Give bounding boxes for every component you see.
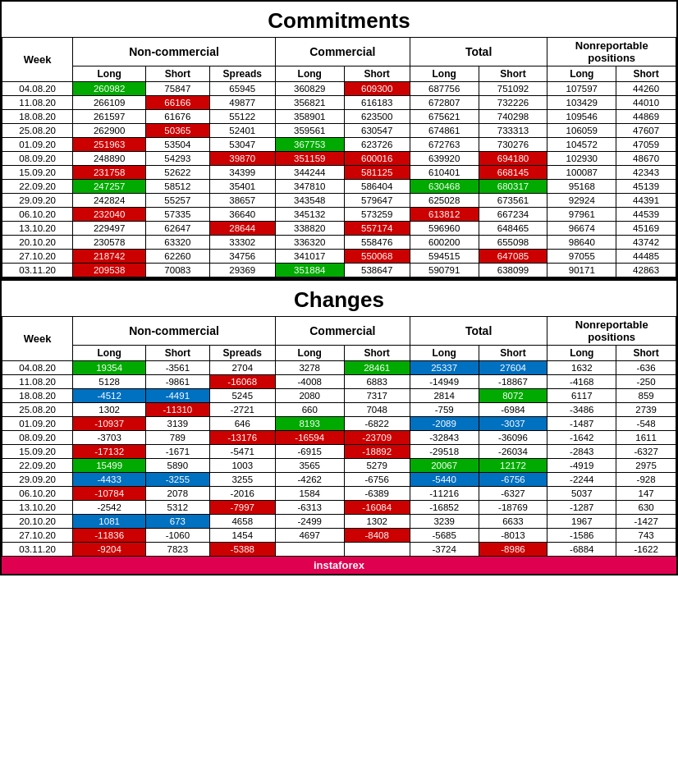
table-row: 20.10.2023057863320333023363205584766002…	[2, 236, 676, 250]
changes-table: Week Non-commercial Commercial Total Non…	[2, 316, 676, 557]
ch-comm-short-header: Short	[344, 346, 410, 361]
ch-nc-spreads-header: Spreads	[209, 346, 275, 361]
total-short-header: Short	[479, 66, 547, 82]
week-header: Week	[2, 38, 73, 82]
nr-long-header: Long	[547, 66, 616, 82]
ch-nr-short-header: Short	[616, 346, 676, 361]
table-row: 01.09.2025196353504530473677536237266727…	[2, 138, 676, 152]
ch-nc-long-header: Long	[73, 346, 146, 361]
comm-long-header: Long	[275, 66, 344, 82]
ch-nr-long-header: Long	[547, 346, 616, 361]
table-row: 29.09.2024282455257386573435485796476250…	[2, 194, 676, 208]
table-row: 04.08.2026098275847659453608296093006877…	[2, 82, 676, 96]
table-row: 22.09.201549958901003356552792006712172-…	[2, 459, 676, 473]
changes-nonreportable-header: Nonreportable positions	[547, 317, 676, 346]
commercial-header: Commercial	[275, 38, 410, 66]
table-row: 15.09.20-17132-1671-5471-6915-18892-2951…	[2, 445, 676, 459]
ch-total-short-header: Short	[479, 346, 547, 361]
table-row: 13.10.2022949762647286443388205571745969…	[2, 222, 676, 236]
nc-long-header: Long	[73, 66, 146, 82]
table-row: 04.08.2019354-35612704327828461253372760…	[2, 361, 676, 375]
table-row: 25.08.2026290050365524013595616305476748…	[2, 124, 676, 138]
table-row: 27.10.2021874262260347563410175500685945…	[2, 250, 676, 264]
comm-short-header: Short	[344, 66, 410, 82]
table-row: 15.09.2023175852622343993442445811256104…	[2, 166, 676, 180]
ch-comm-long-header: Long	[275, 346, 344, 361]
changes-commercial-header: Commercial	[275, 317, 410, 346]
table-row: 18.08.2026159761676551223589016235006756…	[2, 110, 676, 124]
nonreportable-header: Nonreportable positions	[547, 38, 676, 66]
total-long-header: Long	[410, 66, 479, 82]
table-row: 13.10.20-25425312-7997-6313-16084-16852-…	[2, 501, 676, 515]
table-row: 08.09.2024889054293398703511596000166399…	[2, 152, 676, 166]
changes-total-header: Total	[410, 317, 547, 346]
table-row: 01.09.20-1093731396468193-6822-2089-3037…	[2, 417, 676, 431]
table-row: 11.08.205128-9861-16068-40086883-14949-1…	[2, 375, 676, 389]
ch-total-long-header: Long	[410, 346, 479, 361]
table-row: 29.09.20-4433-32553255-4262-6756-5440-67…	[2, 473, 676, 487]
total-header: Total	[410, 38, 547, 66]
watermark: instaforex	[314, 559, 364, 571]
commitments-title: Commitments	[2, 2, 676, 37]
table-row: 20.10.2010816734658-24991302323966331967…	[2, 515, 676, 529]
table-row: 08.09.20-3703789-13176-16594-23709-32843…	[2, 431, 676, 445]
table-row: 03.11.2020953870083293693518845386475907…	[2, 264, 676, 277]
commitments-table: Week Non-commercial Commercial Total Non…	[2, 37, 676, 277]
changes-week-header: Week	[2, 317, 73, 361]
table-row: 25.08.201302-11310-27216607048-759-6984-…	[2, 403, 676, 417]
table-row: 03.11.20-92047823-5388-3724-8986-6884-16…	[2, 543, 676, 557]
nc-short-header: Short	[146, 66, 210, 82]
table-row: 06.10.20-107842078-20161584-6389-11216-6…	[2, 487, 676, 501]
table-row: 06.10.2023204057335366403451325732596138…	[2, 208, 676, 222]
table-row: 18.08.20-4512-44915245208073172814807261…	[2, 389, 676, 403]
nc-spreads-header: Spreads	[209, 66, 275, 82]
nr-short-header: Short	[616, 66, 676, 82]
changes-non-commercial-header: Non-commercial	[73, 317, 276, 346]
table-row: 22.09.2024725758512354013478105864046304…	[2, 180, 676, 194]
changes-title: Changes	[2, 281, 676, 316]
ch-nc-short-header: Short	[146, 346, 210, 361]
non-commercial-header: Non-commercial	[73, 38, 276, 66]
table-row: 11.08.2026610966166498773568216161836728…	[2, 96, 676, 110]
table-row: 27.10.20-11836-106014544697-8408-5685-80…	[2, 529, 676, 543]
